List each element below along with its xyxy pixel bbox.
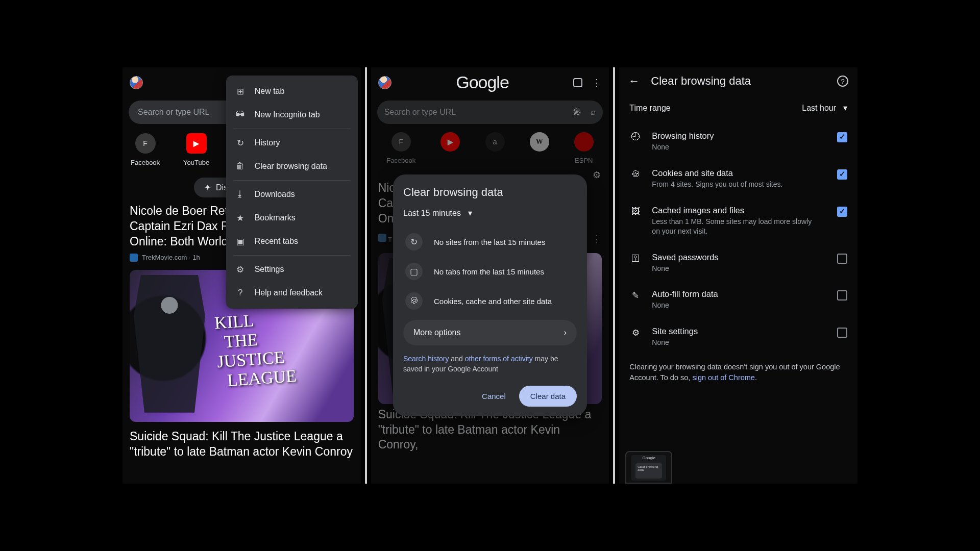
menu-item-clear-browsing-data[interactable]: 🗑Clear browsing data [226, 155, 358, 178]
data-type-cookies-and-site-data[interactable]: 🍪︎Cookies and site dataFrom 4 sites. Sig… [619, 160, 857, 197]
menu-item-bookmarks[interactable]: ★Bookmarks [226, 206, 358, 230]
row-title: Auto-fill form data [652, 289, 827, 299]
clear-data-button[interactable]: Clear data [519, 386, 577, 407]
checkbox[interactable] [837, 290, 847, 300]
row-subtitle: None [652, 338, 815, 347]
time-range-dropdown[interactable]: Last 15 minutes ▾ [403, 208, 577, 218]
search-history-link[interactable]: Search history [403, 355, 449, 363]
row-subtitle: None [652, 142, 815, 152]
dialog-row: ↻No sites from the last 15 minutes [403, 227, 577, 257]
cancel-button[interactable]: Cancel [478, 387, 510, 406]
time-range-value: Last 15 minutes [403, 209, 461, 218]
tab-switcher-icon[interactable] [573, 78, 582, 87]
gear-icon: ⚙ [235, 264, 246, 274]
shortcut-row: FFacebook ▶ a W ESPN [371, 129, 609, 169]
shortcut-facebook[interactable]: FFacebook [386, 132, 415, 164]
avatar[interactable] [378, 76, 391, 89]
hero-overlay-text: KILL THE JUSTICE LEAGUE [214, 308, 297, 391]
mic-icon[interactable]: 🎤︎ [573, 107, 581, 117]
history-icon: ↻ [235, 138, 246, 148]
data-type-browsing-history[interactable]: 🕘︎Browsing historyNone [619, 123, 857, 160]
overflow-menu: ⊞New tab🕶︎New Incognito tab↻History🗑Clea… [226, 76, 358, 309]
avatar[interactable] [130, 76, 143, 89]
youtube-icon: ▶ [186, 133, 207, 154]
menu-item-new-tab[interactable]: ⊞New tab [226, 80, 358, 103]
more-options-label: More options [413, 328, 461, 337]
checkbox[interactable] [837, 254, 847, 264]
dialog-row: 🍪︎Cookies, cache and other site data [403, 286, 577, 316]
row-title: Cookies and site data [652, 168, 827, 178]
sign-out-link[interactable]: sign out of Chrome [692, 373, 755, 382]
menu-item-label: Bookmarks [255, 213, 296, 222]
omnibox[interactable]: Search or type URL 🎤︎ ⌕ [377, 101, 603, 124]
incognito-icon: 🕶︎ [235, 110, 246, 120]
image-icon: 🖼︎ [629, 206, 642, 217]
clock-icon: 🕘︎ [629, 131, 642, 142]
data-type-site-settings[interactable]: ⚙Site settingsNone [619, 318, 857, 356]
shortcut-wikipedia[interactable]: W [530, 132, 549, 164]
menu-item-new-incognito-tab[interactable]: 🕶︎New Incognito tab [226, 103, 358, 127]
source-text: TrekMovie.com · 1h [142, 254, 200, 261]
menu-item-label: New tab [255, 87, 285, 96]
settings-icon: ⚙ [629, 327, 642, 338]
activity-link[interactable]: other forms of activity [465, 355, 533, 363]
shortcut-youtube[interactable]: ▶ [440, 132, 460, 164]
row-subtitle: Less than 1 MB. Some sites may load more… [652, 217, 815, 236]
omnibox-placeholder: Search or type URL [138, 108, 210, 117]
menu-item-recent-tabs[interactable]: ▣Recent tabs [226, 230, 358, 253]
clear-data-dialog: Clear browsing data Last 15 minutes ▾ ↻N… [393, 174, 587, 416]
menu-item-label: Downloads [255, 190, 295, 199]
tab-icon: ▢ [405, 263, 423, 280]
help-icon[interactable]: ? [837, 76, 848, 87]
data-type-cached-images-and-files[interactable]: 🖼︎Cached images and filesLess than 1 MB.… [619, 197, 857, 244]
lens-icon[interactable]: ⌕ [591, 107, 596, 117]
shortcut-espn[interactable]: ESPN [574, 132, 594, 164]
gear-icon[interactable]: ⚙ [593, 169, 601, 181]
star-icon: ★ [235, 213, 246, 223]
back-icon[interactable]: ← [628, 74, 640, 88]
menu-item-downloads[interactable]: ⭳Downloads [226, 183, 358, 206]
menu-item-label: Clear browsing data [255, 162, 327, 171]
shortcut-facebook[interactable]: F Facebook [131, 133, 160, 166]
page-title: Clear browsing data [651, 74, 826, 88]
footer-note: Clearing your browsing data doesn't sign… [619, 357, 857, 392]
triptych: Go Search or type URL F Facebook ▶ YouTu… [122, 67, 857, 484]
menu-item-settings[interactable]: ⚙Settings [226, 258, 358, 281]
history-icon: ↻ [405, 233, 423, 251]
checkbox[interactable] [837, 207, 847, 217]
facebook-icon: F [135, 133, 156, 154]
time-range-row[interactable]: Time range Last hour ▾ [619, 95, 857, 122]
row-title: Browsing history [652, 131, 827, 141]
cookie-icon: 🍪︎ [405, 292, 423, 310]
sparkle-icon: ✦ [204, 183, 211, 192]
checkbox[interactable] [837, 169, 847, 180]
data-type-auto-fill-form-data[interactable]: ✎Auto-fill form dataNone [619, 281, 857, 318]
menu-item-help-and-feedback[interactable]: ?Help and feedback [226, 281, 358, 305]
card-overflow-icon[interactable]: ⋮ [592, 233, 602, 245]
chevron-down-icon: ▾ [843, 103, 847, 113]
menu-item-label: Recent tabs [255, 237, 298, 246]
row-subtitle: None [652, 264, 815, 273]
menu-item-history[interactable]: ↻History [226, 131, 358, 155]
source-icon [130, 254, 138, 262]
amazon-icon: a [485, 132, 505, 152]
overflow-icon[interactable]: ⋮ [592, 77, 602, 89]
menu-item-label: Help and feedback [255, 288, 323, 297]
shortcut-amazon[interactable]: a [485, 132, 505, 164]
chevron-right-icon: › [564, 328, 567, 337]
feed-headline-2[interactable]: Suicide Squad: Kill The Justice League a… [122, 425, 361, 460]
google-logo: Google [456, 72, 509, 92]
menu-item-label: History [255, 138, 280, 147]
espn-icon [574, 132, 594, 152]
checkbox[interactable] [837, 132, 847, 142]
more-options-button[interactable]: More options › [403, 320, 577, 345]
key-icon: ⚿ [629, 253, 642, 264]
shortcut-youtube[interactable]: ▶ YouTube [183, 133, 209, 166]
omnibox-placeholder: Search or type URL [384, 108, 456, 117]
trash-icon: 🗑 [235, 161, 246, 171]
row-subtitle: From 4 sites. Signs you out of most site… [652, 180, 815, 189]
checkbox[interactable] [837, 328, 847, 338]
shortcut-label: YouTube [183, 159, 209, 166]
data-type-saved-passwords[interactable]: ⚿Saved passwordsNone [619, 244, 857, 282]
facebook-icon: F [391, 132, 411, 152]
